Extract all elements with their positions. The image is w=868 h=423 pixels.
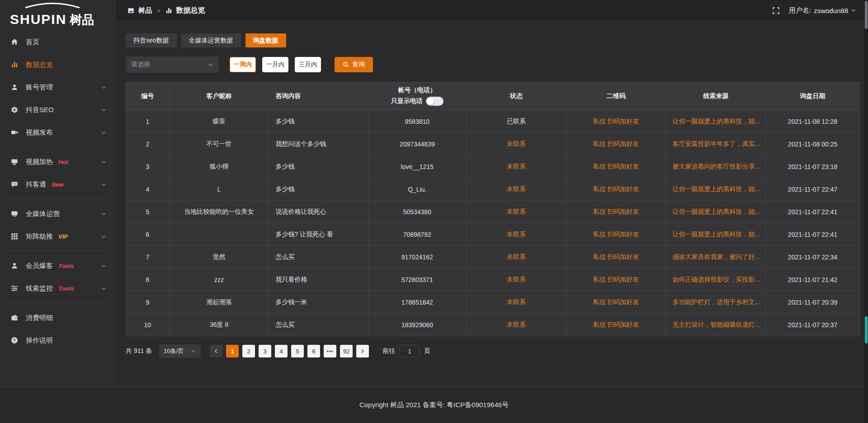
- tab-2[interactable]: 询盘数据: [245, 33, 286, 47]
- cell-content: 多少钱: [269, 110, 368, 133]
- cell-content: 怎么买: [269, 314, 368, 336]
- sidebar-item-grid[interactable]: 矩阵助推VIP: [0, 225, 116, 248]
- tab-0[interactable]: 抖音seo数据: [126, 33, 177, 47]
- page-button-4[interactable]: 4: [275, 345, 288, 357]
- page-button-6[interactable]: 6: [307, 345, 320, 357]
- cell-nickname: 潮起潮落: [169, 291, 269, 314]
- qrcode-link[interactable]: 私信 扫码加好友: [593, 140, 639, 147]
- cell-content: 多少钱一米: [269, 291, 368, 314]
- sidebar-item-label: 抖音SEO: [26, 106, 54, 114]
- qrcode-link[interactable]: 私信 扫码加好友: [593, 253, 639, 260]
- cell-date: 2021-11-07 20:37: [766, 314, 860, 336]
- app-logo[interactable]: SHUPIN 树品: [0, 0, 116, 26]
- page-button-5[interactable]: 5: [291, 345, 304, 357]
- period-button-2[interactable]: 三月内: [295, 57, 321, 72]
- cell-source: 感谢大家喜欢我家，被问了好...: [666, 246, 766, 268]
- sidebar-item-screen[interactable]: 视频加热Hot: [0, 150, 116, 173]
- breadcrumb-separator: >: [156, 7, 161, 14]
- sidebar-item-user[interactable]: 账号管理: [0, 76, 116, 99]
- vertical-scrollbar[interactable]: [864, 0, 868, 423]
- cell-status: 未联系: [467, 223, 566, 246]
- chart-icon: [165, 7, 172, 14]
- source-link[interactable]: 被大家追着问的客厅投影分享...: [672, 163, 760, 170]
- sidebar-item-sliders[interactable]: 线索监控Tools: [0, 277, 116, 300]
- table-row: 9潮起潮落多少钱一米178651642未联系私信 扫码加好友多功能护栏灯，适用于…: [126, 291, 860, 314]
- sidebar-item-label: 抖客通: [26, 180, 46, 189]
- person-icon: [11, 262, 19, 269]
- sidebar-item-home[interactable]: 首页: [0, 31, 116, 53]
- cell-account: love__1215: [368, 155, 466, 178]
- cell-account: 2097344839: [368, 133, 466, 155]
- user-menu[interactable]: 用户名: zswodun88: [789, 6, 856, 15]
- source-link[interactable]: 如何正确选择投影仪，买投影...: [672, 276, 760, 283]
- scrollbar-marker: [865, 316, 868, 343]
- qrcode-link[interactable]: 私信 扫码加好友: [593, 321, 639, 328]
- source-link[interactable]: 让你一眼就爱上的黑科技，能...: [672, 230, 760, 238]
- cell-nickname: 不可一世: [169, 133, 269, 155]
- source-link[interactable]: 无主灯设计，智能磁吸轨道灯...: [672, 321, 760, 328]
- col-qrcode: 二维码: [566, 82, 666, 110]
- next-page-button[interactable]: [356, 345, 369, 357]
- cell-source: 让你一眼就爱上的黑科技，能...: [666, 201, 766, 223]
- screen-icon: [11, 158, 19, 165]
- qrcode-link[interactable]: 私信 扫码加好友: [593, 208, 639, 215]
- source-link[interactable]: 感谢大家喜欢我家，被问了好...: [672, 253, 760, 260]
- page-button-92[interactable]: 92: [340, 345, 353, 357]
- sidebar-item-wallet[interactable]: 消费明细: [0, 306, 116, 329]
- cell-account: 50534380: [368, 201, 466, 223]
- sidebar-item-video[interactable]: 视频发布: [0, 121, 116, 144]
- grid-icon: [11, 233, 19, 240]
- period-button-1[interactable]: 一月内: [262, 57, 288, 72]
- cell-status: 已联系: [467, 110, 566, 133]
- page-ellipsis-button[interactable]: •••: [324, 345, 336, 357]
- source-link[interactable]: 多功能护栏灯，适用于乡村文...: [672, 298, 760, 306]
- source-link[interactable]: 客厅安装投影半年多了，真实...: [672, 140, 760, 147]
- cell-serial: 10: [126, 314, 170, 336]
- cell-serial: 8: [126, 268, 170, 291]
- breadcrumb-app[interactable]: 树品: [138, 6, 152, 15]
- goto-page-input[interactable]: [400, 345, 420, 357]
- qrcode-link[interactable]: 私信 扫码加好友: [593, 118, 639, 125]
- cell-date: 2021-11-07 22:41: [766, 201, 860, 223]
- prev-page-button[interactable]: [210, 345, 222, 357]
- sidebar-item-chart[interactable]: 数据总览: [0, 53, 116, 76]
- phone-only-toggle[interactable]: [426, 97, 443, 106]
- source-link[interactable]: 让你一眼就爱上的黑科技，能...: [672, 118, 760, 125]
- cell-account: 70898792: [368, 223, 466, 246]
- cell-status: 未联系: [467, 133, 566, 155]
- cell-nickname: zzz: [169, 268, 269, 291]
- sidebar-menu: 首页数据总览账号管理抖音SEO视频发布视频加热Hot抖客通New全媒体运营矩阵助…: [0, 26, 116, 352]
- sidebar-item-monitor[interactable]: 全媒体运营: [0, 202, 116, 225]
- table-row: 3狐小狸多少钱love__1215未联系私信 扫码加好友被大家追着问的客厅投影分…: [126, 155, 860, 178]
- qrcode-link[interactable]: 私信 扫码加好友: [593, 185, 639, 193]
- page-button-3[interactable]: 3: [259, 345, 271, 357]
- sidebar-item-label: 会员爆客: [26, 262, 53, 270]
- query-button[interactable]: 查询: [335, 57, 373, 72]
- sidebar-item-chat[interactable]: 抖客通New: [0, 173, 116, 196]
- cell-source: 如何正确选择投影仪，买投影...: [666, 268, 766, 291]
- sidebar-item-person[interactable]: 会员爆客Tools: [0, 254, 116, 277]
- qrcode-link[interactable]: 私信 扫码加好友: [593, 230, 639, 238]
- period-button-0[interactable]: 一周内: [230, 57, 256, 72]
- table-row: 7觉然怎么买917024162未联系私信 扫码加好友感谢大家喜欢我家，被问了好.…: [126, 246, 860, 268]
- tab-1[interactable]: 全媒体运营数据: [181, 33, 241, 47]
- page-button-1[interactable]: 1: [226, 345, 239, 357]
- pagination: 共 911 条 10条/页 123456•••92 前往 页: [126, 344, 860, 358]
- cell-content: 我想问这个多少钱: [269, 133, 368, 155]
- source-link[interactable]: 让你一眼就爱上的黑科技，能...: [672, 208, 760, 215]
- sidebar-item-help[interactable]: ?操作说明: [0, 329, 116, 352]
- fullscreen-icon[interactable]: [772, 7, 780, 14]
- scrollbar-thumb[interactable]: [865, 1, 868, 29]
- source-link[interactable]: 让你一眼就爱上的黑科技，能...: [672, 185, 760, 193]
- qrcode-link[interactable]: 私信 扫码加好友: [593, 163, 639, 170]
- cell-serial: 3: [126, 155, 170, 178]
- qrcode-link[interactable]: 私信 扫码加好友: [593, 276, 639, 283]
- sliders-icon: [11, 285, 19, 292]
- cell-qrcode: 私信 扫码加好友: [566, 291, 666, 314]
- account-select[interactable]: 请选择: [126, 56, 219, 73]
- sidebar-item-gear[interactable]: 抖音SEO: [0, 99, 116, 121]
- topbar: 树品 > 数据总览 用户名: zswodun88: [116, 0, 868, 22]
- qrcode-link[interactable]: 私信 扫码加好友: [593, 298, 639, 306]
- page-button-2[interactable]: 2: [242, 345, 255, 357]
- page-size-select[interactable]: 10条/页: [159, 344, 201, 358]
